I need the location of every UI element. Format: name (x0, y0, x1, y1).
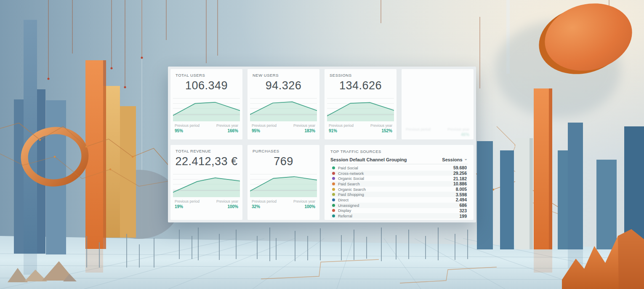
traffic-row: Paid Search10.886 (330, 181, 468, 187)
prev-year-label: Previous year (293, 123, 315, 128)
traffic-row: Direct2.494 (330, 197, 468, 203)
kpi-card-purchases: PURCHASES 769 Previous period Previous y… (247, 145, 319, 220)
prev-year-label: Previous year (293, 199, 315, 203)
prev-period-pct: 19% (175, 204, 183, 209)
dimension-column-header: Session Default Channel Grouping (330, 157, 407, 162)
kpi-value: 94.326 (251, 79, 316, 92)
traffic-row: Referral199 (330, 213, 468, 219)
channel-label: Unassigned (338, 203, 459, 208)
sparkline-chart (173, 173, 240, 197)
channel-label: Paid Social (338, 166, 453, 170)
prev-period-pct: 91% (329, 128, 337, 133)
kpi-title: TOTAL REVENUE (174, 149, 239, 153)
sessions-value: 29.256 (453, 171, 467, 176)
channel-color-dot (332, 182, 335, 185)
kpi-card-total-users: TOTAL USERS 106.349 Previous period Prev… (170, 69, 242, 139)
sessions-value: 59.680 (453, 165, 467, 170)
kpi-value: 22.412,33 € (174, 155, 239, 168)
screenshot-stage: TOTAL USERS 106.349 Previous period Prev… (0, 0, 644, 289)
traffic-section-title: TOP TRAFFIC SOURCES (330, 149, 468, 154)
prev-period-pct: 32% (252, 204, 260, 209)
traffic-row: Display323 (330, 208, 468, 214)
sparkline-chart (327, 97, 394, 121)
traffic-row: Cross-network29.256 (330, 171, 468, 176)
kpi-card-new-users: NEW USERS 94.326 Previous period Previou… (247, 69, 319, 139)
channel-label: Display (338, 208, 459, 213)
prev-year-pct: 100% (227, 204, 238, 209)
kpi-card-sessions: SESSIONS 134.626 Previous period Previou… (325, 69, 397, 139)
channel-label: Cross-network (338, 171, 453, 176)
kpi-value: 106.349 (174, 79, 239, 92)
traffic-rows: Paid Social59.680 Cross-network29.256 Or… (330, 165, 468, 219)
kpi-title: NEW USERS (251, 73, 316, 78)
prev-year-label: Previous year (447, 127, 469, 131)
prev-period-label: Previous period (406, 127, 431, 131)
kpi-card-ghost: Previous period Previous year 46% (402, 69, 474, 139)
dashboard-panel: TOTAL USERS 106.349 Previous period Prev… (168, 67, 476, 222)
prev-period-label: Previous period (175, 123, 200, 128)
prev-year-pct: 183% (304, 128, 315, 133)
kpi-title: TOTAL USERS (174, 73, 239, 78)
traffic-row: Paid Social59.680 (330, 165, 468, 171)
channel-label: Referral (338, 214, 459, 218)
traffic-row: Organic Social21.182 (330, 176, 468, 181)
prev-period-label: Previous period (252, 199, 277, 203)
channel-label: Paid Search (338, 182, 453, 186)
prev-period-pct: 95% (252, 128, 260, 133)
chevron-down-icon: ⌄ (464, 158, 468, 160)
channel-color-dot (332, 166, 335, 169)
kpi-value: 134.626 (328, 79, 393, 92)
channel-color-dot (332, 172, 335, 175)
channel-label: Direct (338, 198, 456, 202)
traffic-sources-card: TOP TRAFFIC SOURCES Session Default Chan… (325, 145, 474, 220)
sessions-value: 686 (459, 203, 467, 208)
sessions-value: 21.182 (453, 176, 467, 181)
sparkline-chart (173, 97, 240, 121)
traffic-row: Organic Search8.005 (330, 187, 468, 192)
sparkline-chart (250, 173, 317, 197)
prev-year-pct: 166% (227, 128, 238, 133)
kpi-card-total-revenue: TOTAL REVENUE 22.412,33 € Previous perio… (170, 145, 242, 220)
prev-period-pct: 95% (175, 128, 183, 133)
channel-color-dot (332, 209, 335, 212)
sessions-value: 2.494 (456, 197, 467, 202)
channel-label: Organic Search (338, 187, 456, 192)
traffic-row: Unassigned686 (330, 203, 468, 208)
prev-year-pct: 152% (381, 128, 392, 133)
sessions-value: 10.886 (453, 181, 467, 186)
channel-color-dot (332, 188, 335, 191)
channel-label: Paid Shopping (338, 192, 456, 197)
prev-period-label: Previous period (329, 123, 354, 128)
prev-period-label: Previous period (175, 199, 200, 203)
sessions-value: 3.598 (456, 192, 467, 197)
metric-column-header: Sessions (442, 157, 462, 162)
kpi-title: PURCHASES (251, 149, 316, 153)
kpi-title: SESSIONS (328, 73, 393, 78)
prev-year-label: Previous year (370, 123, 392, 128)
prev-year-label: Previous year (216, 199, 238, 203)
prev-period-label: Previous period (252, 123, 277, 128)
kpi-value: 769 (251, 155, 316, 168)
prev-year-pct: 46% (461, 132, 469, 137)
sessions-value: 199 (459, 214, 467, 219)
sessions-sort-control[interactable]: Sessions ⌄ (442, 157, 468, 162)
traffic-row: Paid Shopping3.598 (330, 192, 468, 197)
sessions-value: 323 (459, 208, 467, 213)
sparkline-chart (250, 97, 317, 121)
prev-year-label: Previous year (216, 123, 238, 128)
prev-year-pct: 100% (304, 204, 315, 209)
channel-color-dot (332, 177, 335, 180)
channel-label: Organic Social (338, 176, 453, 181)
channel-color-dot (332, 204, 335, 207)
channel-color-dot (332, 214, 335, 217)
channel-color-dot (332, 198, 335, 201)
sessions-value: 8.005 (456, 187, 467, 192)
channel-color-dot (332, 193, 335, 196)
